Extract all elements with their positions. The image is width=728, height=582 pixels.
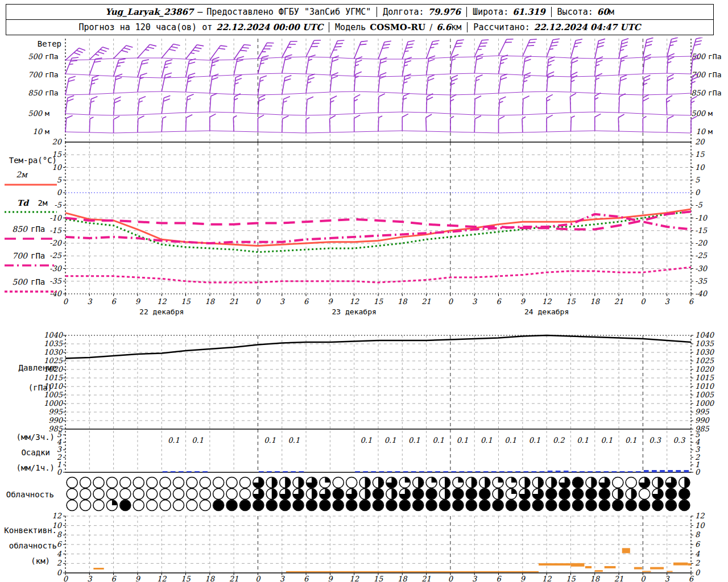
wind-barb: [474, 75, 482, 94]
pressure-ytick-right: 1010: [695, 382, 715, 390]
precip-hourly-bar: [427, 471, 432, 472]
hour-tick-label: 6: [496, 575, 502, 582]
cloud-cover-symbol: [187, 488, 197, 499]
precip-label-title: Осадки: [21, 448, 50, 457]
legend-label: гПа: [31, 251, 45, 260]
pressure-ytick-right: 1020: [695, 365, 715, 373]
wind-barb: [523, 56, 531, 75]
cloud-cover-symbol: [226, 488, 237, 499]
hour-tick-label: 21: [229, 297, 239, 306]
hour-tick-label: 6: [111, 575, 117, 582]
longitude-value: 79.976: [428, 7, 461, 17]
pressure-ytick-left: 1025: [44, 356, 63, 365]
hour-tick-label: 0: [63, 575, 69, 582]
longitude-label: Долгота:: [383, 7, 424, 17]
cloud-cover-symbol: [147, 500, 158, 510]
temp-ytick-right: 5: [695, 176, 700, 184]
wind-barb: [354, 41, 368, 59]
precip-hourly-bar: [179, 471, 184, 472]
cloud-fill-full: [427, 489, 437, 499]
convective-ytick-right: 0: [695, 568, 701, 577]
convective-ytick-left: 8: [57, 530, 63, 539]
hour-tick-label: 9: [520, 297, 526, 306]
precip-hourly-bar: [395, 471, 400, 472]
cloud-cover-symbol: [626, 477, 636, 488]
hour-tick-label: 3: [472, 297, 478, 306]
cloud-fill-partial: [511, 489, 516, 494]
wind-panel: Ветер500гПа500гПа700гПа700гПа850гПа850гП…: [28, 38, 721, 146]
wind-barb: [570, 72, 577, 92]
precip-hourly-bar: [475, 471, 481, 472]
wind-barb: [210, 74, 218, 93]
hour-tick-label: 18: [205, 575, 216, 582]
cloud-cover-symbol: [226, 477, 237, 488]
altitude-value: 60: [597, 7, 609, 17]
hour-tick-label: 21: [421, 297, 431, 306]
wind-barb: [65, 76, 76, 95]
precip-label-3h: (мм/3ч.): [16, 433, 55, 442]
wind-level-unit-left: гПа: [45, 70, 58, 79]
temp-ytick-right: -5: [695, 201, 702, 209]
wind-barb: [306, 118, 309, 133]
cloud-cover-symbol: [93, 500, 104, 510]
cloud-fill-full: [573, 500, 583, 510]
cloud-cover-symbol: [160, 488, 171, 499]
wind-barb: [114, 59, 126, 76]
cloud-fill-full: [546, 489, 556, 499]
wind-barb: [450, 117, 454, 132]
wind-barb: [65, 48, 85, 60]
temperature-panel-label: Тем-ра(°C): [9, 156, 57, 165]
precip-hourly-bar: [548, 471, 553, 472]
cloud-fill-full: [666, 489, 676, 499]
temp-ytick-right: 15: [695, 150, 705, 159]
wind-level-unit-right: гПа: [708, 52, 721, 61]
precip-amount-label: 0.1: [408, 436, 420, 444]
cloud-fill-full: [639, 500, 650, 510]
wind-barb: [499, 39, 514, 56]
hour-tick-label: 15: [566, 297, 576, 306]
wind-scale-left: 20: [52, 138, 62, 146]
temp-ytick-right: 0: [695, 188, 701, 197]
pressure-ytick-left: 995: [48, 408, 63, 416]
precip-hourly-bar: [515, 471, 520, 472]
day-label: 24 декабря: [524, 307, 569, 316]
wind-barb: [114, 74, 122, 93]
hour-tick-label: 15: [374, 297, 383, 306]
precip-hourly-bar: [603, 471, 609, 472]
bottom-x-axis: 036912151821036912151821036912151821036: [63, 573, 694, 582]
wind-barb: [65, 115, 73, 132]
precip-hourly-bar: [163, 471, 168, 472]
cloud-cover-symbol: [160, 500, 171, 510]
cloud-fill-full: [506, 500, 516, 510]
hour-tick-label: 15: [566, 575, 576, 582]
wind-barb: [523, 96, 530, 115]
wind-barb: [114, 116, 120, 133]
cloud-fill-full: [613, 500, 623, 510]
convective-ytick-left: 2: [57, 559, 62, 567]
wind-barb: [667, 74, 674, 94]
precip-amount-label: 0.1: [625, 436, 637, 444]
resolution-unit: км: [451, 22, 461, 32]
wind-barb: [499, 74, 507, 93]
precip-amount-label: 0.1: [577, 436, 589, 444]
hour-tick-label: 3: [280, 297, 286, 306]
wind-level-label-left: 850: [28, 89, 43, 97]
header-row-title: Yug_Laryak_23867 — Предоставлено ФГБУ "З…: [6, 5, 713, 20]
cloud-fill-full: [373, 489, 383, 499]
wind-barb: [643, 75, 650, 95]
run-time: 22.12.2024 00:00 UTC: [216, 22, 323, 32]
wind-barb: [619, 94, 626, 113]
cloud-fill-full: [573, 489, 583, 499]
temp-ytick-right: -10: [695, 214, 708, 222]
precip-label-1h: (мм/1ч.): [16, 463, 55, 472]
precip-amount-label: 0.1: [384, 436, 396, 444]
wind-barb: [450, 75, 458, 95]
precip-amount-label: 0.3: [649, 436, 661, 444]
hour-tick-label: 15: [181, 297, 191, 306]
wind-barb: [282, 116, 289, 132]
precip-amount-label: 0.1: [288, 436, 300, 444]
cloud-fill-full: [413, 500, 423, 510]
pressure-ytick-left: 1015: [44, 373, 63, 382]
wind-barb: [210, 114, 216, 131]
cloud-fill-full: [307, 500, 317, 510]
